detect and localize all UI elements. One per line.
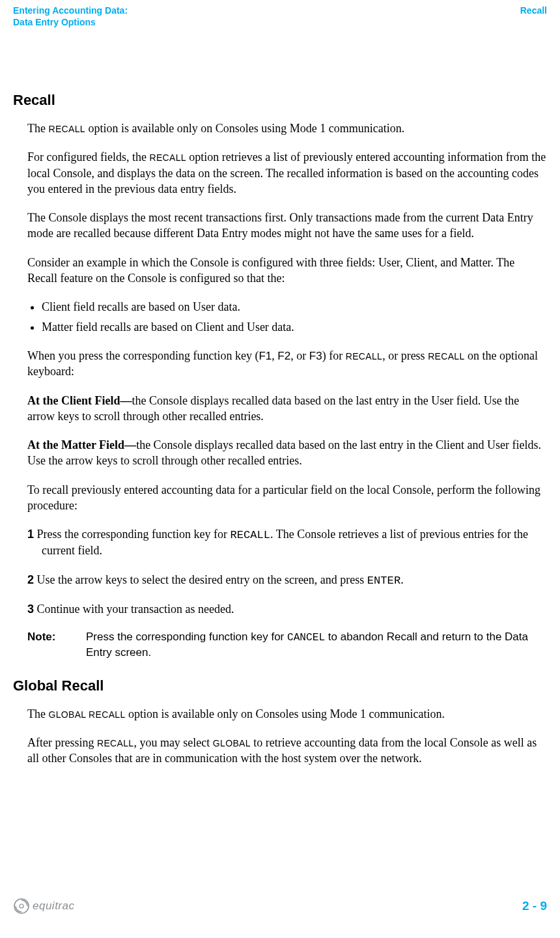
section-recall-body: The RECALL option is available only on C…	[27, 121, 547, 661]
logo-swirl-icon	[13, 898, 30, 915]
field-label-matter: At the Matter Field—	[27, 438, 136, 451]
text: Press the corresponding function key for	[34, 528, 230, 541]
list-item: Client field recalls are based on User d…	[42, 299, 547, 315]
section-heading-global-recall: Global Recall	[13, 677, 547, 694]
header-left-line1: Entering Accounting Data:	[13, 5, 128, 16]
step-1: 1 Press the corresponding function key f…	[27, 526, 547, 558]
text: Continue with your transaction as needed…	[34, 603, 234, 616]
step-number: 1	[27, 528, 34, 541]
step-2: 2 Use the arrow keys to select the desir…	[27, 572, 547, 588]
paragraph: At the Matter Field—the Console displays…	[27, 437, 547, 469]
step-3: 3 Continue with your transaction as need…	[27, 601, 547, 617]
paragraph: After pressing RECALL, you may select GL…	[27, 735, 547, 767]
section-global-recall-body: The GLOBAL RECALL option is available on…	[27, 706, 547, 767]
paragraph: When you press the corresponding functio…	[27, 348, 547, 380]
step-number: 2	[27, 573, 34, 586]
text: After pressing	[27, 736, 97, 749]
paragraph: At the Client Field—the Console displays…	[27, 393, 547, 425]
bullet-list: Client field recalls are based on User d…	[27, 299, 547, 335]
keyword-cancel-mono: CANCEL	[287, 632, 325, 644]
text: ) for	[322, 349, 346, 362]
key-f1: F1	[259, 350, 272, 362]
svg-point-1	[20, 904, 23, 908]
text: When you press the corresponding functio…	[27, 349, 259, 362]
keyword-recall-mono: RECALL	[230, 529, 270, 541]
text: , you may select	[133, 736, 212, 749]
header-left-line2: Data Entry Options	[13, 17, 96, 27]
paragraph: For configured fields, the RECALL option…	[27, 149, 547, 197]
note-block: Note: Press the corresponding function k…	[27, 630, 547, 661]
list-item: Matter field recalls are based on Client…	[42, 319, 547, 335]
keyword-recall: RECALL	[48, 124, 85, 134]
text: option is available only on Consoles usi…	[126, 707, 445, 720]
keyword-global-recall: GLOBAL RECALL	[48, 709, 125, 720]
page-number: 2 - 9	[522, 899, 547, 913]
note-text: Press the corresponding function key for…	[86, 630, 547, 661]
header-left: Entering Accounting Data: Data Entry Opt…	[13, 5, 128, 28]
text: Press the corresponding function key for	[86, 631, 287, 643]
svg-point-0	[14, 899, 29, 913]
text: ,	[272, 349, 277, 362]
section-heading-recall: Recall	[13, 92, 547, 109]
keyword-recall: RECALL	[428, 351, 464, 362]
text: The	[27, 707, 48, 720]
text: The	[27, 122, 48, 135]
text: .	[400, 573, 404, 586]
header-right: Recall	[520, 5, 547, 28]
page-footer: equitrac 2 - 9	[13, 898, 547, 915]
text: , or press	[382, 349, 428, 362]
keyword-enter-mono: ENTER	[367, 575, 400, 587]
key-f3: F3	[309, 350, 322, 362]
text: For configured fields, the	[27, 150, 149, 163]
paragraph: To recall previously entered accounting …	[27, 482, 547, 514]
text: Use the arrow keys to select the desired…	[34, 573, 367, 586]
logo-text: equitrac	[33, 900, 74, 913]
logo: equitrac	[13, 898, 74, 915]
step-number: 3	[27, 603, 34, 616]
field-label-client: At the Client Field—	[27, 394, 132, 407]
paragraph: The RECALL option is available only on C…	[27, 121, 547, 136]
keyword-recall: RECALL	[346, 351, 382, 362]
keyword-recall: RECALL	[149, 152, 186, 163]
note-label: Note:	[27, 630, 86, 645]
paragraph: The GLOBAL RECALL option is available on…	[27, 706, 547, 722]
text: , or	[290, 349, 309, 362]
key-f2: F2	[277, 350, 290, 362]
keyword-global: GLOBAL	[213, 738, 251, 748]
running-header: Entering Accounting Data: Data Entry Opt…	[13, 5, 547, 28]
page-container: Entering Accounting Data: Data Entry Opt…	[0, 0, 560, 938]
paragraph: Consider an example in which the Console…	[27, 255, 547, 287]
keyword-recall: RECALL	[97, 738, 133, 748]
text: option is available only on Consoles usi…	[85, 122, 404, 135]
paragraph: The Console displays the most recent tra…	[27, 210, 547, 242]
